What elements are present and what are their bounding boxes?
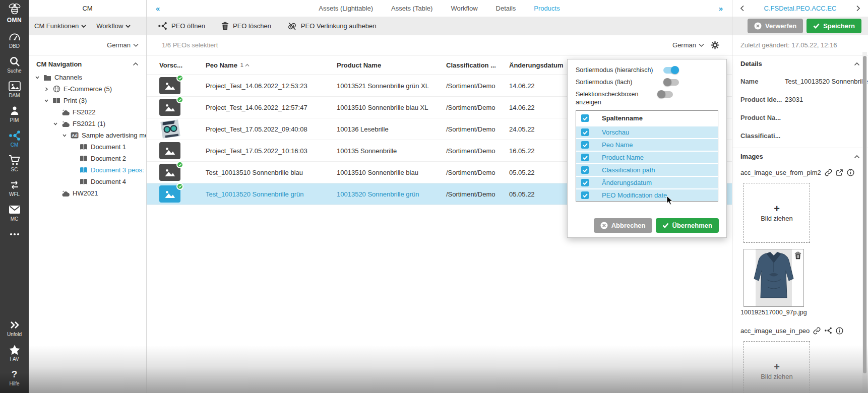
rail-item-mc[interactable]: MC	[0, 201, 29, 225]
peo-unlink-button[interactable]: PEO Verlinkung aufheben	[287, 22, 377, 31]
tree-item-document-2[interactable]: Document 2	[29, 153, 146, 164]
sort-asc-icon	[245, 63, 250, 67]
nav-language-select[interactable]: German	[29, 35, 146, 55]
table-language-select[interactable]: German	[672, 41, 704, 49]
chevron-right-icon[interactable]	[43, 87, 49, 92]
toggle-selection-checkboxes[interactable]	[657, 91, 673, 98]
expand-right-icon[interactable]: »	[719, 4, 723, 13]
collapse-chevron-up-icon[interactable]	[133, 62, 139, 66]
discard-button[interactable]: Verwerfen	[748, 19, 803, 33]
tab-workflow[interactable]: Workflow	[451, 5, 477, 12]
module-title: CM	[29, 0, 146, 17]
hub-icon[interactable]	[824, 327, 832, 334]
menu-cm-funktionen[interactable]: CM Funktionen	[34, 22, 86, 30]
checkbox-checked[interactable]	[581, 166, 589, 174]
tab-products[interactable]: Products	[534, 5, 560, 12]
published-check-badge	[176, 161, 183, 168]
tree-item-fs2021[interactable]: FS2021 (1)	[29, 118, 146, 129]
product-image-thumbnail[interactable]	[743, 249, 804, 307]
column-option-vorschau[interactable]: Vorschau	[576, 125, 718, 138]
nav-tree-header: CM Navigation	[29, 56, 146, 72]
export-icon[interactable]	[836, 169, 843, 176]
column-option-classification-path[interactable]: Classification path	[576, 163, 718, 176]
tree-item-document-1[interactable]: Document 1	[29, 141, 146, 153]
checkbox-checked[interactable]	[581, 141, 589, 149]
rail-item-fav[interactable]: FAV	[0, 341, 29, 365]
rail-item-dam[interactable]: DAM	[0, 77, 29, 102]
collapse-left-icon[interactable]: «	[156, 4, 160, 13]
menu-workflow[interactable]: Workflow	[96, 22, 131, 30]
rail-item-sc[interactable]: SC	[0, 151, 29, 176]
save-action-bar: Verwerfen Speichern	[732, 17, 868, 35]
chevron-down-icon[interactable]	[43, 98, 49, 103]
unlink-icon	[287, 22, 297, 31]
column-option-aenderungsdatum[interactable]: Änderungsdatum	[576, 176, 718, 188]
question-icon: ?	[12, 369, 18, 380]
checkbox-checked[interactable]	[581, 154, 589, 161]
rail-item-suche[interactable]: Suche	[0, 52, 29, 77]
toggle-sort-hierarchical[interactable]	[663, 67, 679, 74]
tab-assets-table[interactable]: Assets (Table)	[391, 5, 432, 12]
select-all-checkbox[interactable]	[581, 114, 589, 122]
apply-button[interactable]: Übernehmen	[656, 218, 719, 233]
rail-item-wfl[interactable]: WFL	[0, 176, 29, 201]
tab-assets-lighttable[interactable]: Assets (Lighttable)	[319, 5, 373, 12]
details-scrollbar	[862, 52, 867, 393]
omn-logo[interactable]: OMN	[7, 3, 22, 24]
tab-bar: « Assets (Lighttable) Assets (Table) Wor…	[147, 0, 732, 17]
rail-item-hilfe[interactable]: ? Hilfe	[0, 365, 29, 390]
rail-item-cm[interactable]: CM	[0, 126, 29, 151]
peo-open-button[interactable]: PEO öffnen	[158, 22, 205, 30]
toggle-row-sort-flat: Sortiermodus (flach)	[576, 78, 718, 86]
rail-item-dbd[interactable]: DBD	[0, 28, 29, 52]
tree-item-fs2022[interactable]: FS2022	[29, 106, 146, 118]
peo-delete-button[interactable]: PEO löschen	[221, 22, 271, 30]
tree-item-document-4[interactable]: Document 4	[29, 176, 146, 187]
prev-peo-icon[interactable]	[740, 5, 745, 12]
image-placeholder-thumbnail	[159, 99, 180, 116]
tree-item-hw2021[interactable]: HW2021	[29, 187, 146, 199]
image-dropzone-in-peo[interactable]: + Bild ziehen	[743, 341, 810, 393]
chevron-down-icon[interactable]	[34, 75, 40, 80]
column-option-peo-name[interactable]: Peo Name	[576, 138, 718, 151]
tree-item-channels[interactable]: Channels	[29, 72, 146, 83]
rail-item-unfold[interactable]: Unfold	[0, 316, 29, 341]
photo-thumbnail-glasses	[159, 119, 181, 139]
collapse-chevron-up-icon[interactable]	[854, 62, 860, 66]
info-icon[interactable]	[847, 169, 854, 176]
tree-item-sample-advertising-media[interactable]: Ad Sample advertising media	[29, 129, 146, 141]
column-header-product-name[interactable]: Product Name	[337, 61, 446, 69]
published-check-badge	[176, 183, 183, 190]
link-icon[interactable]	[813, 327, 821, 335]
checkbox-checked[interactable]	[581, 128, 589, 136]
column-header-peo-name[interactable]: Peo Name 1	[206, 61, 337, 69]
checkbox-checked[interactable]	[581, 191, 589, 199]
column-option-peo-modification-date[interactable]: PEO Modification date	[576, 188, 718, 201]
toggle-sort-flat[interactable]	[663, 79, 679, 86]
save-button[interactable]: Speichern	[807, 19, 861, 33]
column-header-classification[interactable]: Classification ...	[446, 61, 509, 69]
tree-item-document-3[interactable]: Document 3 peos: (6)	[29, 164, 146, 176]
image-group-in-peo: acc_image_use_in_peo	[732, 323, 868, 338]
info-icon[interactable]	[836, 327, 843, 335]
chevron-down-icon[interactable]	[61, 133, 68, 138]
delete-image-icon[interactable]	[794, 251, 801, 261]
image-dropzone-from-pim2[interactable]: + Bild ziehen	[743, 183, 810, 243]
next-peo-icon[interactable]	[856, 5, 860, 12]
link-icon[interactable]	[825, 169, 832, 176]
cancel-button[interactable]: Abbrechen	[594, 218, 652, 233]
tree-item-print[interactable]: Print (3)	[29, 95, 146, 106]
checkbox-checked[interactable]	[581, 179, 589, 186]
tree-item-ecommerce[interactable]: E-Commerce (5)	[29, 83, 146, 95]
rail-item-pim[interactable]: PIM	[0, 102, 29, 126]
peo-breadcrumb[interactable]: C.FSDetal.PEO.ACC.EC	[764, 5, 837, 12]
tab-details[interactable]: Details	[496, 5, 516, 12]
scrollbar-thumb[interactable]	[863, 56, 866, 373]
table-settings-gear-icon[interactable]	[710, 40, 720, 50]
chevron-down-icon[interactable]	[52, 121, 58, 126]
field-classification: Classificati...	[732, 126, 868, 145]
column-header-preview[interactable]: Vorsc...	[159, 61, 206, 69]
column-option-product-name[interactable]: Product Name	[576, 151, 718, 163]
rail-item-more[interactable]	[0, 225, 29, 243]
collapse-chevron-up-icon[interactable]	[854, 155, 860, 159]
